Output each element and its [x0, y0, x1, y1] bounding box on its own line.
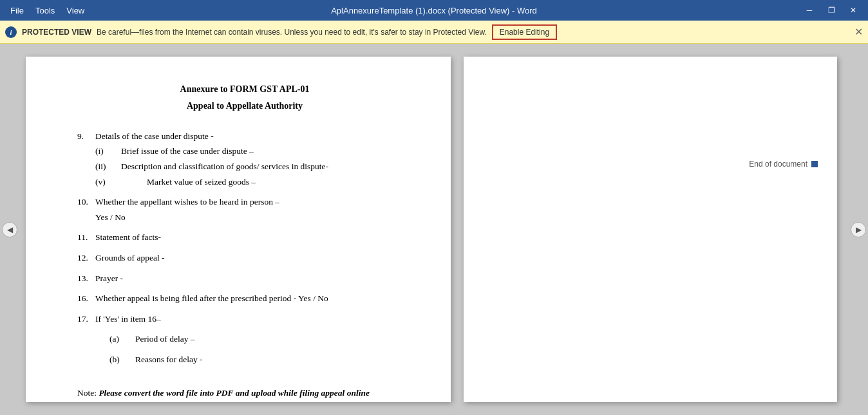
item-12-row: 12. Grounds of appeal - [77, 251, 412, 265]
item-9-row: 9. Details of the case under dispute - [77, 129, 412, 143]
item-17b-row: (b) Reasons for delay - [77, 353, 412, 367]
protected-view-bar: i PROTECTED VIEW Be careful—files from t… [0, 21, 868, 44]
close-button[interactable]: ✕ [844, 3, 863, 17]
item-12-text: Grounds of appeal - [95, 251, 412, 265]
item-9i-num: (i) [95, 144, 121, 158]
doc-item-17: 17. If 'Yes' in item 16– (a) Period of d… [77, 312, 412, 367]
item-10-num: 10. [77, 195, 95, 209]
doc-item-12: 12. Grounds of appeal - [77, 251, 412, 265]
document-area: Annexure to FORM GST APL-01 Appeal to Ap… [19, 44, 849, 415]
item-9i-row: (i) Brief issue of the case under disput… [77, 144, 412, 158]
item-17-num: 17. [77, 312, 95, 326]
item-9v-num: (v) [95, 175, 121, 189]
right-nav: ▶ [849, 44, 868, 415]
minimize-button[interactable]: ─ [800, 3, 819, 17]
title-bar: File Tools View AplAnnexureTemplate (1).… [0, 0, 868, 21]
restore-button[interactable]: ❐ [822, 3, 841, 17]
item-9ii-num: (ii) [95, 160, 121, 174]
item-17a-num: (a) [109, 332, 135, 346]
item-16-num: 16. [77, 291, 95, 306]
enable-editing-button[interactable]: Enable Editing [492, 24, 557, 40]
item-10-row: 10. Whether the appellant wishes to be h… [77, 195, 412, 209]
title-bar-left: File Tools View [5, 3, 90, 18]
left-nav: ◀ [0, 44, 19, 415]
item-11-text: Statement of facts- [95, 230, 412, 244]
item-16-text: Whether appeal is being filed after the … [95, 291, 412, 306]
note-text: Please convert the word file into PDF an… [99, 388, 370, 398]
doc-item-9: 9. Details of the case under dispute - (… [77, 129, 412, 189]
item-11-num: 11. [77, 230, 95, 244]
end-dot-icon [811, 161, 818, 167]
doc-item-16: 16. Whether appeal is being filed after … [77, 291, 412, 306]
item-13-row: 13. Prayer - [77, 272, 412, 286]
item-11-row: 11. Statement of facts- [77, 230, 412, 244]
protected-close-button[interactable]: ✕ [854, 26, 863, 38]
menu-view[interactable]: View [61, 3, 90, 18]
item-9ii-text: Description and classification of goods/… [121, 160, 412, 174]
item-17a-row: (a) Period of delay – [77, 332, 412, 346]
item-12-num: 12. [77, 251, 95, 265]
item-10-text: Whether the appellant wishes to be heard… [95, 195, 412, 209]
item-13-num: 13. [77, 272, 95, 286]
item-9v-row: (v) Market value of seized goods – [77, 175, 412, 189]
item-17b-text: Reasons for delay - [135, 353, 412, 367]
protected-message: Be careful—files from the Internet can c… [97, 28, 487, 37]
end-of-doc-label: End of document [749, 160, 807, 169]
doc-item-13: 13. Prayer - [77, 272, 412, 286]
window-title: AplAnnexureTemplate (1).docx (Protected … [331, 6, 537, 15]
next-page-button[interactable]: ▶ [851, 222, 866, 237]
doc-item-10: 10. Whether the appellant wishes to be h… [77, 195, 412, 224]
item-17b-num: (b) [109, 353, 135, 367]
end-of-document: End of document [749, 160, 818, 169]
note-prefix: Note: [77, 388, 99, 398]
menu-bar: File Tools View [5, 3, 90, 18]
doc-subtitle: Appeal to Appellate Authority [77, 99, 412, 113]
item-13-text: Prayer - [95, 272, 412, 286]
protected-label: PROTECTED VIEW [22, 28, 91, 37]
item-9i-text: Brief issue of the case under dispute – [121, 144, 412, 158]
page-right: End of document [464, 57, 837, 402]
menu-file[interactable]: File [5, 3, 29, 18]
page-left: Annexure to FORM GST APL-01 Appeal to Ap… [26, 57, 451, 402]
prev-page-button[interactable]: ◀ [2, 222, 17, 237]
item-16-row: 16. Whether appeal is being filed after … [77, 291, 412, 306]
note-line: Note: Please convert the word file into … [77, 386, 412, 400]
doc-item-11: 11. Statement of facts- [77, 230, 412, 244]
item-17-text: If 'Yes' in item 16– [95, 312, 412, 326]
item-9-num: 9. [77, 129, 95, 143]
window-controls: ─ ❐ ✕ [800, 3, 863, 17]
item-9v-text: Market value of seized goods – [121, 175, 412, 189]
main-area: ◀ Annexure to FORM GST APL-01 Appeal to … [0, 44, 868, 415]
item-9ii-row: (ii) Description and classification of g… [77, 160, 412, 174]
item-9-text: Details of the case under dispute - [95, 129, 412, 143]
item-10-cont: Yes / No [77, 210, 412, 225]
info-icon: i [5, 26, 17, 38]
item-17a-text: Period of delay – [135, 332, 412, 346]
menu-tools[interactable]: Tools [30, 3, 60, 18]
item-17-row: 17. If 'Yes' in item 16– [77, 312, 412, 326]
doc-title: Annexure to FORM GST APL-01 [77, 82, 412, 97]
